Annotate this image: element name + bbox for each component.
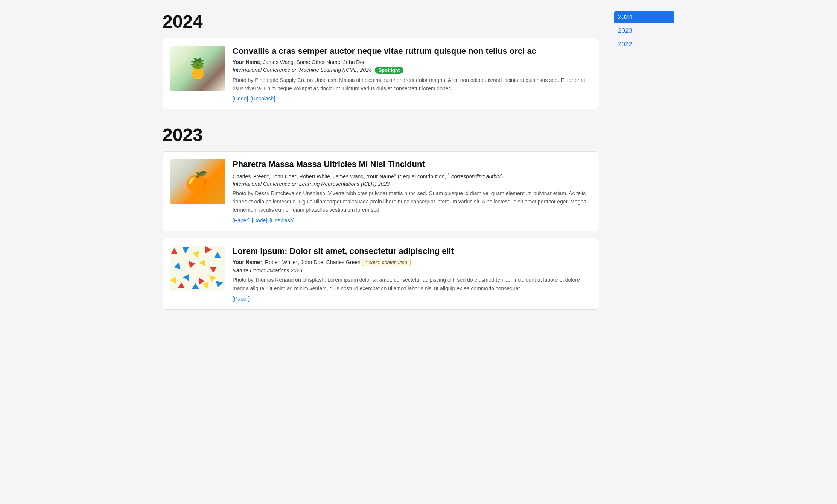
spotlight-badge: Spotlight	[375, 67, 403, 74]
venue-text: International Conference on Learning Rep…	[233, 181, 390, 187]
year-heading: 2024	[163, 11, 599, 32]
year-section-2024: 2024🍍Convallis a cras semper auctor nequ…	[163, 11, 599, 109]
svg-marker-11	[196, 278, 205, 287]
paper-authors: Charles Green*, John Doe*, Robert White,…	[233, 172, 591, 179]
paper-venue: Nature Communications 2023	[233, 267, 591, 273]
paper-info: Lorem ipsum: Dolor sit amet, consectetur…	[233, 246, 591, 302]
svg-marker-14	[178, 282, 187, 291]
svg-marker-15	[190, 283, 199, 291]
paper-thumbnail	[170, 246, 225, 291]
svg-marker-9	[170, 275, 179, 284]
page-layout: 2024🍍Convallis a cras semper auctor nequ…	[155, 0, 682, 336]
paper-authors: Your Name*, Robert White*, John Doe, Cha…	[233, 259, 591, 266]
equal-contribution-badge: * equal contribution	[362, 259, 411, 266]
sidebar-year-2024[interactable]: 2024	[614, 11, 674, 23]
paper-thumbnail: 🍍	[170, 46, 225, 91]
paper-info: Pharetra Massa Massa Ultricies Mi Nisl T…	[233, 159, 591, 223]
paper-info: Convallis a cras semper auctor neque vit…	[233, 46, 591, 102]
svg-marker-2	[193, 248, 202, 258]
svg-marker-8	[210, 264, 219, 273]
svg-marker-16	[202, 282, 210, 290]
paper-card: 🍍Convallis a cras semper auctor neque vi…	[163, 38, 599, 109]
svg-marker-5	[174, 262, 183, 272]
paper-card: 🍊Pharetra Massa Massa Ultricies Mi Nisl …	[163, 151, 599, 231]
paper-link[interactable]: [Unsplash]	[250, 96, 275, 102]
paper-venue: International Conference on Machine Lear…	[233, 67, 591, 74]
svg-marker-7	[199, 260, 205, 266]
svg-marker-3	[205, 246, 212, 253]
venue-text: Nature Communications 2023	[233, 267, 302, 273]
venue-text: International Conference on Machine Lear…	[233, 67, 372, 73]
year-heading: 2023	[163, 124, 599, 145]
paper-link[interactable]: [Unsplash]	[269, 217, 294, 223]
paper-links: [Paper]	[233, 296, 591, 302]
svg-marker-13	[216, 279, 224, 288]
paper-thumbnail: 🍊	[170, 159, 225, 204]
svg-marker-4	[214, 252, 221, 258]
sidebar-year-2023[interactable]: 2023	[614, 25, 674, 37]
paper-title: Lorem ipsum: Dolor sit amet, consectetur…	[233, 246, 591, 257]
paper-link[interactable]: [Paper]	[233, 217, 250, 223]
paper-links: [Paper] [Code] [Unsplash]	[233, 217, 591, 223]
year-section-2023: 2023🍊Pharetra Massa Massa Ultricies Mi N…	[163, 124, 599, 310]
paper-link[interactable]: [Code]	[233, 96, 248, 102]
paper-title: Pharetra Massa Massa Ultricies Mi Nisl T…	[233, 159, 591, 170]
svg-marker-12	[207, 273, 216, 282]
paper-card: Lorem ipsum: Dolor sit amet, consectetur…	[163, 238, 599, 310]
paper-authors: Your Name, James Wang, Some Other Name, …	[233, 59, 591, 65]
paper-link[interactable]: [Paper]	[233, 296, 250, 302]
paper-abstract: Photo by Thomas Renaud on Unsplash. Lore…	[233, 276, 591, 293]
paper-link[interactable]: [Code]	[252, 217, 267, 223]
svg-marker-1	[182, 247, 189, 254]
paper-venue: International Conference on Learning Rep…	[233, 181, 591, 187]
svg-marker-6	[187, 261, 195, 269]
main-content: 2024🍍Convallis a cras semper auctor nequ…	[163, 11, 599, 325]
sidebar-year-2022[interactable]: 2022	[614, 38, 674, 50]
paper-links: [Code] [Unsplash]	[233, 96, 591, 102]
paper-abstract: Photo by Pineapple Supply Co. on Unsplas…	[233, 76, 591, 93]
paper-title: Convallis a cras semper auctor neque vit…	[233, 46, 591, 57]
paper-abstract: Photo by Dessy Dimcheva on Unsplash. Viv…	[233, 189, 591, 214]
sidebar: 202420232022	[614, 11, 674, 325]
svg-marker-0	[171, 248, 178, 254]
svg-marker-10	[183, 274, 192, 283]
